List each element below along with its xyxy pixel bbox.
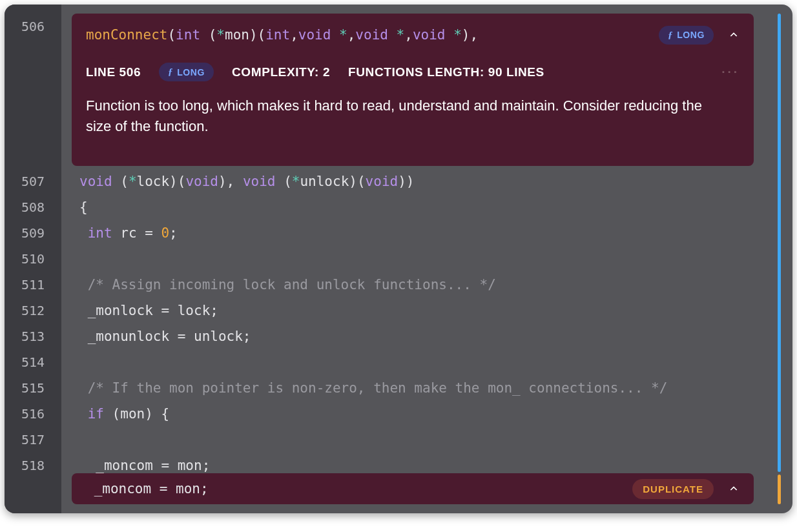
- issue-badge-duplicate[interactable]: DUPLICATE: [632, 479, 714, 499]
- issue-meta-row: LINE 506 ƒ LONG COMPLEXITY: 2 FUNCTIONS …: [86, 63, 740, 81]
- duplicate-code-preview: _moncom = mon;: [86, 481, 632, 496]
- function-length-label: FUNCTIONS LENGTH: 90 LINES: [348, 65, 544, 79]
- line-number: 512: [5, 298, 61, 323]
- line-number: 516: [5, 401, 61, 427]
- line-number: 508: [5, 194, 61, 220]
- code-line: void (*lock)(void), void (*unlock)(void)…: [79, 169, 414, 194]
- scroll-marker-duplicate[interactable]: [778, 475, 781, 504]
- line-number: 510: [5, 246, 61, 272]
- line-number: 513: [5, 323, 61, 349]
- chevron-up-icon: [729, 30, 739, 40]
- code-analysis-panel: 506 507 508 509 510 511 512 513 514 515 …: [5, 5, 792, 513]
- issue-description: Function is too long, which makes it har…: [86, 96, 706, 137]
- badge-label: LONG: [677, 30, 705, 40]
- scroll-marker-issue[interactable]: [778, 14, 781, 472]
- line-number-gutter: 506 507 508 509 510 511 512 513 514 515 …: [5, 5, 61, 513]
- line-number: 511: [5, 272, 61, 298]
- function-icon: ƒ: [168, 66, 173, 77]
- issue-more-menu[interactable]: ···: [721, 65, 740, 79]
- expand-duplicate-button[interactable]: [728, 483, 740, 495]
- badge-label: LONG: [177, 67, 205, 77]
- code-line: /* If the mon pointer is non-zero, then …: [79, 375, 667, 401]
- issue-badge-long-inline[interactable]: ƒ LONG: [159, 63, 214, 81]
- code-line: int rc = 0;: [79, 220, 178, 246]
- issue-card-long-function[interactable]: monConnect(int (*mon)(int,void *,void *,…: [72, 14, 754, 166]
- chevron-up-icon: [729, 484, 739, 494]
- line-number: 518: [5, 453, 61, 478]
- line-number: 517: [5, 427, 61, 453]
- function-icon: ƒ: [668, 30, 673, 41]
- line-number: 515: [5, 375, 61, 401]
- line-number: 507: [5, 169, 61, 194]
- line-number: 514: [5, 349, 61, 375]
- line-number: 509: [5, 220, 61, 246]
- code-line: {: [79, 194, 88, 220]
- complexity-label: COMPLEXITY: 2: [232, 65, 330, 79]
- issue-badge-long[interactable]: ƒ LONG: [659, 26, 714, 45]
- code-line: /* Assign incoming lock and unlock funct…: [79, 272, 496, 298]
- issue-card-duplicate[interactable]: _moncom = mon; DUPLICATE: [72, 473, 754, 504]
- function-signature: monConnect(int (*mon)(int,void *,void *,…: [86, 27, 478, 43]
- code-area: void (*lock)(void), void (*unlock)(void)…: [72, 169, 767, 467]
- issue-card-header: monConnect(int (*mon)(int,void *,void *,…: [86, 25, 740, 45]
- line-label: LINE 506: [86, 65, 141, 79]
- code-line: _monunlock = unlock;: [79, 323, 251, 349]
- line-number: 506: [5, 14, 61, 39]
- collapse-issue-button[interactable]: [728, 29, 740, 41]
- code-line: if (mon) {: [79, 401, 169, 427]
- code-line: _monlock = lock;: [79, 298, 218, 323]
